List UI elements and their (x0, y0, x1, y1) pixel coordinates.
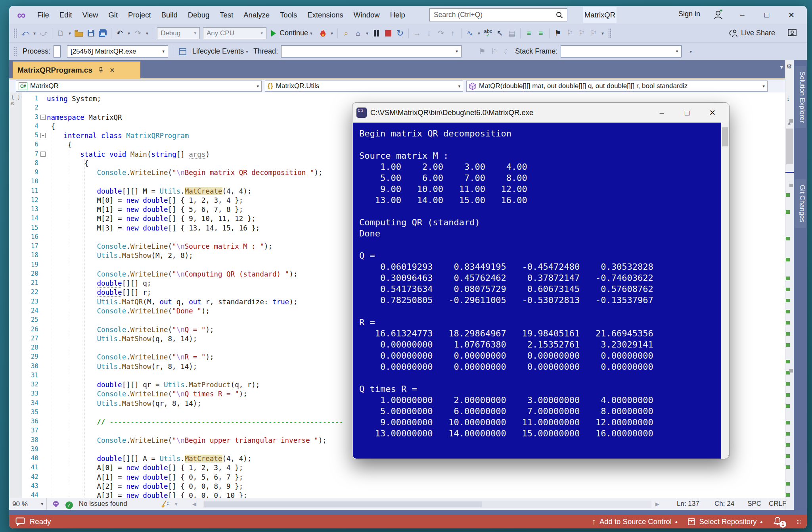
close-button[interactable]: ✕ (779, 6, 804, 24)
line-number[interactable]: 29 (22, 353, 38, 360)
zoom-level-dropdown[interactable]: 90 %▾ (9, 498, 47, 510)
line-number[interactable]: 39 (22, 445, 38, 453)
toolbar-overflow-dropdown[interactable]: ▾ (688, 45, 693, 58)
console-scrollbar[interactable] (721, 123, 729, 459)
code-line[interactable]: M[1] = new double[] { 5, 6, 7, 8 }; (47, 205, 243, 214)
line-number[interactable]: 28 (22, 344, 38, 351)
undo-icon[interactable]: ↶ (114, 27, 125, 40)
line-number[interactable]: 3 (22, 113, 38, 121)
line-number[interactable]: 2 (22, 104, 38, 111)
hscroll-right-arrow-icon[interactable]: ▶ (655, 501, 659, 507)
menu-build[interactable]: Build (156, 8, 183, 22)
line-number[interactable]: 37 (22, 426, 38, 434)
spell-check-icon[interactable]: abc✓ (483, 27, 494, 40)
lifecycle-events-dropdown[interactable]: ▾ (244, 45, 250, 58)
code-line[interactable]: M[2] = new double[] { 9, 10, 11, 12 }; (47, 214, 256, 223)
step-out-icon[interactable]: ↑ (447, 27, 458, 40)
clear-bookmarks-icon[interactable]: ⚐ (588, 27, 599, 40)
code-line[interactable]: { (47, 159, 88, 168)
code-line[interactable]: Console.WriteLine("\nBegin matrix QR dec… (47, 168, 322, 177)
line-number[interactable]: 1 (22, 94, 38, 102)
resize-grip[interactable] (797, 520, 801, 524)
solution-platform-dropdown[interactable]: Any CPU▾ (203, 27, 266, 39)
hot-reload-dropdown[interactable]: ▾ (329, 27, 335, 40)
console-output[interactable]: Begin matrix QR decomposition Source mat… (353, 123, 729, 459)
member-dropdown[interactable]: MatQR(double[][] mat, out double[][] q, … (466, 81, 768, 92)
console-maximize-button[interactable]: □ (674, 103, 700, 123)
line-number[interactable]: 32 (22, 380, 38, 388)
flag-outline-icon[interactable]: ⚐ (488, 45, 500, 58)
code-cleanup-broom-icon[interactable] (161, 500, 169, 509)
menu-extensions[interactable]: Extensions (302, 8, 349, 22)
bookmark-icon[interactable]: ⚑ (552, 27, 563, 40)
line-number[interactable]: 31 (22, 371, 38, 379)
continue-dropdown[interactable]: ▾ (308, 27, 314, 40)
line-number[interactable]: 4 (22, 122, 38, 130)
line-number[interactable]: 17 (22, 242, 38, 250)
code-line[interactable]: Console.WriteLine("\nQ times R = "); (47, 390, 247, 399)
console-window[interactable]: C:\ C:\VSM\MatrixQR\bin\Debug\net6.0\Mat… (352, 102, 730, 459)
menu-project[interactable]: Project (123, 8, 156, 22)
code-line[interactable]: Console.WriteLine("\nQ = "); (47, 325, 214, 334)
window-layout-dropdown[interactable]: ▾ (364, 27, 370, 40)
new-file-icon[interactable]: 🗋 (55, 27, 66, 40)
line-number[interactable]: 9 (22, 168, 38, 176)
split-handle-icon[interactable]: ↕ (787, 95, 790, 102)
code-line[interactable]: A[0] = new double[] { 1, 2, 3, 4 }; (47, 463, 243, 472)
line-number[interactable]: 22 (22, 288, 38, 296)
restart-icon[interactable]: ↻ (395, 27, 406, 40)
code-line[interactable]: { (47, 140, 72, 150)
intellicode-icon[interactable] (52, 500, 60, 508)
account-person-icon[interactable]: + (712, 9, 724, 20)
line-number[interactable]: 5 (22, 131, 38, 139)
menu-debug[interactable]: Debug (183, 8, 215, 22)
code-line[interactable]: Utils.MatShow(M, 2, 8); (47, 251, 193, 260)
maximize-button[interactable]: □ (755, 6, 779, 24)
column-indicator[interactable]: Ch: 24 (714, 500, 734, 508)
horizontal-scrollbar[interactable] (203, 501, 651, 508)
line-number[interactable]: 33 (22, 390, 38, 397)
line-number[interactable]: 16 (22, 233, 38, 240)
next-bookmark-icon[interactable]: ⚐ (576, 27, 587, 40)
sign-in-button[interactable]: Sign in (678, 10, 700, 18)
code-line[interactable]: Utils.MatShow(qr, 8, 14); (47, 399, 201, 408)
feedback-icon[interactable] (787, 29, 797, 38)
line-number[interactable]: 25 (22, 316, 38, 323)
console-scrollbar-thumb[interactable] (722, 127, 728, 146)
line-number[interactable]: 7 (22, 150, 38, 157)
line-number[interactable]: 13 (22, 205, 38, 213)
code-line[interactable]: static void Main(string[] args) (47, 150, 210, 159)
code-line[interactable]: Console.WriteLine("Done "); (47, 307, 210, 316)
lifecycle-events-icon[interactable] (179, 48, 187, 56)
breakpoint-margin[interactable]: { }◴ (9, 92, 22, 498)
editor-vertical-scrollbar[interactable]: ⚙ ↕ ▲ (785, 60, 794, 510)
line-number[interactable]: 35 (22, 408, 38, 416)
menu-edit[interactable]: Edit (54, 8, 77, 22)
hscroll-left-arrow-icon[interactable]: ◀ (192, 501, 196, 507)
show-flagged-only-icon[interactable]: ⥌ (500, 45, 511, 58)
solution-home-icon[interactable]: ⌂ (352, 27, 364, 40)
code-line[interactable]: { (47, 122, 55, 131)
line-number[interactable]: 15 (22, 224, 38, 231)
code-line[interactable]: internal class MatrixQRProgram (47, 131, 189, 140)
code-line[interactable]: M[0] = new double[] { 1, 2, 3, 4 }; (47, 196, 243, 205)
line-number[interactable]: 43 (22, 482, 38, 490)
code-line[interactable]: A[2] = new double[] { 0, 0, 8, 9 }; (47, 482, 243, 491)
horizontal-scrollbar-thumb[interactable] (204, 501, 482, 507)
line-number[interactable]: 10 (22, 177, 38, 185)
solution-name-badge[interactable]: MatrixQR (583, 7, 617, 23)
increase-indent-icon[interactable]: ≡ (535, 27, 546, 40)
pause-icon[interactable] (371, 27, 382, 40)
code-line[interactable]: Console.WriteLine("\nBegin upper triangu… (47, 436, 327, 445)
lifecycle-events-button[interactable]: Lifecycle Events (192, 47, 244, 56)
project-dropdown[interactable]: C# MatrixQR▾ (16, 81, 262, 92)
toolbar-grip[interactable] (14, 28, 17, 38)
selection-cursor-icon[interactable]: ↖ (494, 27, 506, 40)
line-number[interactable]: 42 (22, 473, 38, 480)
minimize-button[interactable]: – (730, 6, 755, 24)
menu-window[interactable]: Window (349, 8, 385, 22)
menu-test[interactable]: Test (214, 8, 238, 22)
line-number[interactable]: 18 (22, 251, 38, 259)
show-next-statement-icon[interactable]: → (412, 27, 423, 40)
line-number[interactable]: 30 (22, 362, 38, 370)
